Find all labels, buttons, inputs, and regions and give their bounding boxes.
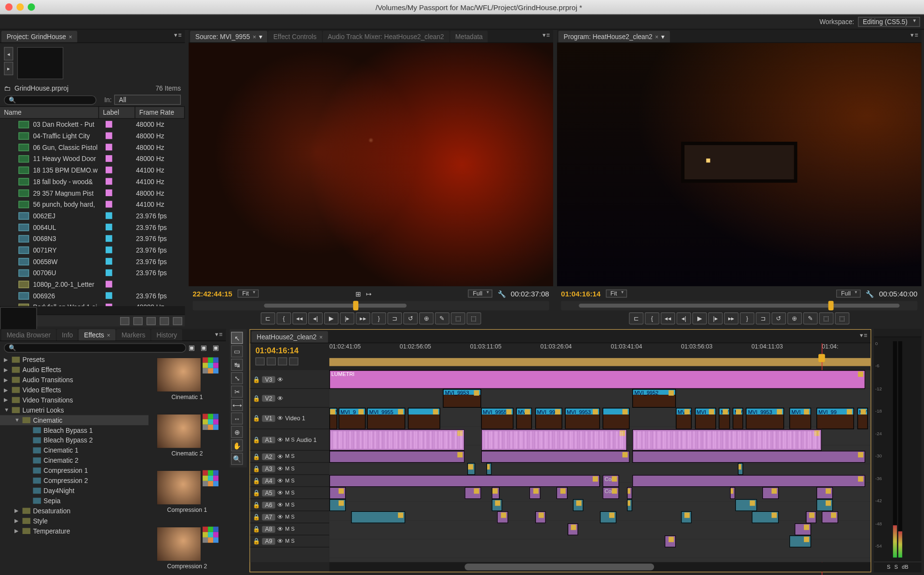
clip[interactable]: MVI_995: [535, 408, 562, 429]
automate-icon[interactable]: [120, 317, 129, 325]
disclosure-icon[interactable]: ▶: [4, 377, 9, 383]
panel-menu-icon[interactable]: ▾≡: [910, 32, 919, 39]
track-target[interactable]: A8: [262, 526, 275, 533]
program-monitor-view[interactable]: [557, 43, 921, 286]
track-target[interactable]: A2: [262, 453, 275, 460]
toggle-icon[interactable]: 👁: [277, 453, 283, 460]
clip[interactable]: [603, 408, 630, 429]
tab[interactable]: Metadata: [450, 31, 488, 42]
track-header[interactable]: 🔒 A1 👁 M S Audio 1: [250, 429, 329, 451]
transport-button[interactable]: ◂|: [308, 312, 323, 324]
clip[interactable]: [789, 535, 811, 548]
clip[interactable]: MVI_99: [857, 408, 868, 429]
wrench-icon[interactable]: 🔧: [866, 290, 873, 297]
clip[interactable]: MV: [329, 408, 338, 429]
tool-button[interactable]: ✋: [231, 439, 243, 451]
bin-item[interactable]: 0068N3 23.976 fps: [0, 233, 185, 245]
solo-button[interactable]: S: [887, 564, 890, 571]
transport-button[interactable]: ◂◂: [292, 312, 307, 324]
folder-node[interactable]: ▶Video Effects: [0, 385, 149, 395]
track-target[interactable]: A7: [262, 513, 275, 520]
clip[interactable]: MVI_9: [676, 408, 692, 429]
transport-button[interactable]: ↺: [403, 312, 418, 324]
effects-tree[interactable]: ▶Presets▶Audio Effects▶Audio Transitions…: [0, 355, 149, 575]
toggle-icon[interactable]: 👁: [277, 395, 283, 401]
disclosure-icon[interactable]: ▶: [14, 508, 20, 514]
toggle-icon[interactable]: 👁: [277, 436, 283, 443]
bin-item[interactable]: 00658W 23.976 fps: [0, 256, 185, 267]
clip[interactable]: [665, 535, 676, 548]
time-ruler[interactable]: 01:02:41:0501:02:56:0501:03:11:0501:03:2…: [329, 343, 870, 370]
tab-media-browser[interactable]: Media Browser: [1, 329, 56, 341]
close-icon[interactable]: [5, 3, 13, 11]
source-timecode-in[interactable]: 22:42:44:15: [193, 290, 232, 298]
playhead[interactable]: [818, 354, 825, 362]
tab[interactable]: Audio Track Mixer: HeatHouse2_clean2: [323, 31, 449, 42]
clip[interactable]: [573, 499, 584, 511]
track-header[interactable]: 🔒 A8 👁 M S: [250, 523, 329, 535]
folder-node[interactable]: Bleach Bypass 2: [0, 435, 149, 445]
clip[interactable]: [632, 451, 865, 463]
folder-node[interactable]: Sepia: [0, 496, 149, 506]
clip[interactable]: [557, 487, 567, 499]
tab-sequence[interactable]: HeatHouse2_clean2×: [251, 331, 328, 343]
clip[interactable]: [568, 523, 578, 535]
bin-list[interactable]: 03 Dan Rockett - Put 48000 Hz 04-Traffic…: [0, 119, 185, 307]
new-item-icon[interactable]: [160, 317, 169, 325]
toggle-icon[interactable]: 👁: [277, 376, 283, 383]
folder-node[interactable]: ▶Video Transitions: [0, 395, 149, 405]
track-target[interactable]: V3: [262, 376, 275, 383]
bin-item[interactable]: 0071RY 23.976 fps: [0, 244, 185, 256]
track-header[interactable]: 🔒 V3 👁: [250, 370, 329, 389]
folder-node[interactable]: ▶Style: [0, 516, 149, 526]
bin-item[interactable]: 0064UL 23.976 fps: [0, 222, 185, 233]
close-icon[interactable]: ×: [319, 334, 323, 340]
workspace-dropdown[interactable]: Editing (CS5.5): [858, 17, 920, 27]
folder-node[interactable]: ▶Audio Transitions: [0, 375, 149, 385]
track-target[interactable]: A6: [262, 501, 275, 508]
clip[interactable]: [464, 487, 481, 499]
tab[interactable]: Effect Controls: [268, 31, 322, 42]
lock-icon[interactable]: 🔒: [253, 465, 260, 472]
disclosure-icon[interactable]: ▼: [4, 407, 9, 414]
bin-item[interactable]: 18 fall body - wood& 44100 Hz: [0, 176, 185, 187]
tool-button[interactable]: 🔍: [231, 453, 243, 465]
clip[interactable]: [329, 451, 465, 463]
panel-menu-icon[interactable]: ▾≡: [543, 32, 551, 39]
bin-item[interactable]: 29 357 Magnum Pist 48000 Hz: [0, 187, 185, 199]
clip[interactable]: [681, 511, 692, 523]
track-target[interactable]: A4: [262, 477, 275, 484]
folder-node[interactable]: Compression 1: [0, 466, 149, 476]
tab-info[interactable]: Info: [56, 329, 78, 341]
transport-button[interactable]: ⬚: [835, 312, 849, 324]
find-icon[interactable]: [133, 317, 142, 325]
in-dropdown[interactable]: All: [114, 95, 181, 105]
clip[interactable]: [600, 511, 616, 523]
track-target[interactable]: V1: [262, 415, 275, 422]
tool-button[interactable]: ↔: [231, 413, 243, 425]
transport-button[interactable]: ✎: [435, 312, 449, 324]
track-header[interactable]: 🔒 A4 👁 M S: [250, 475, 329, 487]
folder-node[interactable]: Cinematic 2: [0, 455, 149, 466]
clip[interactable]: MV: [719, 408, 730, 429]
wrench-icon[interactable]: [289, 357, 298, 365]
transport-button[interactable]: ▸▸: [724, 312, 738, 324]
tool-button[interactable]: ↹: [231, 359, 243, 371]
clip[interactable]: [467, 463, 476, 475]
look-preset[interactable]: Compression 2: [149, 527, 226, 575]
disclosure-icon[interactable]: ▶: [4, 397, 9, 403]
toggle-icon[interactable]: 👁: [277, 526, 283, 533]
bin-item[interactable]: 56 punch, body hard, 44100 Hz: [0, 199, 185, 211]
transport-button[interactable]: ◂◂: [661, 312, 675, 324]
folder-node[interactable]: Cinematic 1: [0, 445, 149, 455]
clip[interactable]: [351, 511, 405, 523]
tab-program[interactable]: Program: HeatHouse2_clean2× ▾: [558, 31, 670, 42]
bin-item[interactable]: 006926 23.976 fps: [0, 290, 185, 302]
solo-button[interactable]: S: [895, 564, 898, 571]
transport-button[interactable]: ✎: [803, 312, 818, 324]
transport-button[interactable]: {: [645, 312, 659, 324]
bin-item[interactable]: 11 Heavy Wood Door 48000 Hz: [0, 153, 185, 165]
disclosure-icon[interactable]: ▶: [4, 357, 9, 363]
delete-icon[interactable]: [173, 317, 182, 325]
lock-icon[interactable]: 🔒: [253, 526, 260, 533]
